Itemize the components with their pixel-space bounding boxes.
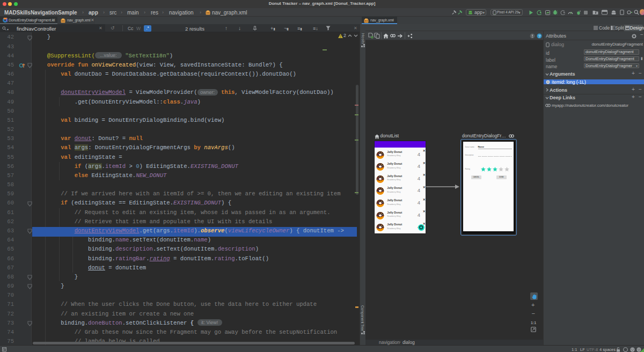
svg-text:?: ?: [538, 33, 540, 38]
